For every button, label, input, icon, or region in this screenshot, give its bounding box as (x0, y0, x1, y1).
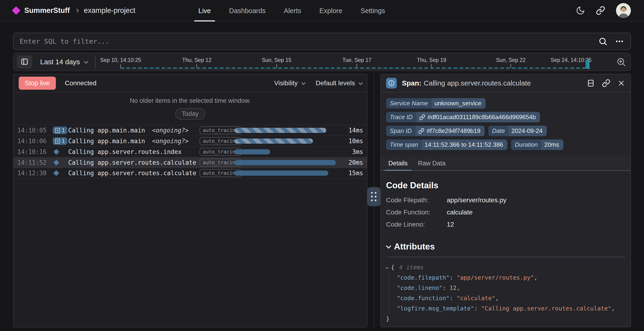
trace-timestamp: 14:10:05 (17, 127, 53, 134)
collapsed-children-badge[interactable]: +1 (53, 126, 67, 134)
logo-diamond-icon[interactable] (12, 6, 20, 15)
collapsed-children-badge[interactable]: +1 (53, 137, 67, 145)
attributes-toggle[interactable]: Attributes (386, 242, 625, 252)
close-icon (617, 79, 625, 87)
trace-icon-cell: +1 (53, 126, 68, 134)
empty-message: No older items in the selected time wind… (14, 97, 367, 104)
default-levels-dropdown[interactable]: Default levels (316, 80, 362, 87)
attributes-heading: Attributes (394, 242, 435, 252)
tab-alerts[interactable]: Alerts (283, 0, 302, 22)
link-icon (418, 128, 424, 134)
theme-toggle-button[interactable] (576, 6, 585, 15)
badge-label: Date (488, 126, 509, 136)
timeline-tick-label: Thu, Sep 12 (182, 57, 212, 63)
avatar[interactable] (616, 3, 631, 18)
layout-toggle-button[interactable] (586, 79, 595, 87)
sidebar-toggle-button[interactable] (17, 55, 32, 68)
trace-row[interactable]: 14:11:52Calling app.server.routes.calcul… (14, 157, 367, 168)
trace-duration: 15ms (342, 170, 363, 176)
badge-label: Trace ID (386, 112, 416, 122)
badge-value: #f7c8e294f7489b19 (416, 126, 485, 136)
badge-service-name: Service Nameunknown_service (386, 98, 486, 108)
filter-menu-button[interactable] (614, 37, 624, 46)
trace-row[interactable]: 14:10:16Calling app.server.routes.indexa… (14, 146, 367, 157)
code-detail-label: Code Lineno: (386, 221, 447, 228)
timeline[interactable]: Sep 10, 14:10:25Thu, Sep 12Sun, Sep 15Tu… (98, 53, 612, 70)
code-detail-value: calculate (447, 208, 625, 216)
timeline-zoom-button[interactable] (616, 57, 626, 67)
today-button[interactable]: Today (175, 108, 205, 120)
zoom-in-icon (616, 57, 626, 67)
tab-explore[interactable]: Explore (318, 0, 343, 22)
link-icon (602, 79, 610, 87)
trace-timestamp: 14:10:16 (17, 148, 53, 155)
code-detail-label: Code Filepath: (386, 196, 447, 204)
trace-duration: 3ms (342, 148, 363, 155)
badge-span-id[interactable]: Span ID#f7c8e294f7489b19 (386, 126, 485, 136)
chevron-down-icon (358, 80, 363, 85)
badge-duration: Duration20ms (511, 140, 564, 150)
trace-message: Calling app.server.routes.index (68, 148, 200, 155)
tab-live[interactable]: Live (198, 0, 212, 22)
duration-bar (234, 170, 328, 176)
badge-value: #df01acad0311189c8b66a466d969654b (416, 112, 540, 122)
timeline-activity-baseline (120, 68, 590, 69)
tab-dashboards[interactable]: Dashboards (228, 0, 266, 22)
json-value: 12 (450, 284, 456, 291)
trace-row[interactable]: 14:10:06+1Calling app.main.main<ongoing?… (14, 136, 367, 146)
json-key: "logfire.msg_template" (397, 305, 474, 312)
chevron-down-icon (386, 244, 392, 249)
timeline-tick-label: Thu, Sep 19 (417, 57, 446, 63)
json-value: "app/server/routes.py" (456, 274, 534, 281)
visibility-dropdown[interactable]: Visibility (274, 80, 304, 87)
code-detail-value: app/server/routes.py (447, 196, 625, 204)
live-panel: Stop live Connected Visibility Default l… (13, 74, 367, 327)
trace-row[interactable]: 14:12:38Calling app.server.routes.calcul… (14, 168, 367, 178)
trace-row[interactable]: 14:10:05+1Calling app.main.main<ongoing?… (14, 125, 367, 136)
detail-tab-raw-data[interactable]: Raw Data (413, 156, 451, 170)
json-close-brace: } (386, 314, 625, 324)
timeline-tick-label: Sun, Sep 22 (496, 57, 526, 63)
panel-left-icon (20, 58, 28, 66)
trace-duration: 10ms (342, 138, 363, 144)
empty-state: No older items in the selected time wind… (14, 92, 367, 125)
json-open-brace: { (391, 262, 394, 272)
project-name[interactable]: example-project (84, 6, 136, 15)
sql-filter-input[interactable] (20, 37, 594, 45)
connection-status: Connected (65, 80, 96, 87)
split-rows-icon (586, 79, 595, 87)
org-name[interactable]: SummerStuff (24, 6, 70, 15)
json-entries: "code.filepath": "app/server/routes.py",… (389, 272, 625, 314)
moon-icon (576, 6, 585, 15)
json-entry: "code.lineno": 12, (397, 283, 625, 293)
search-button[interactable] (598, 37, 608, 46)
panel-resize-handle[interactable] (367, 187, 380, 206)
span-diamond-icon (53, 149, 59, 155)
stop-live-button[interactable]: Stop live (19, 76, 56, 90)
code-detail-label: Code Function: (386, 208, 447, 216)
timebar-divider (95, 56, 96, 68)
json-entry: "logfire.msg_template": "Calling app.ser… (397, 304, 625, 314)
expand-plus-icon: + (55, 128, 60, 133)
time-range-bar: Last 14 days Sep 10, 14:10:25Thu, Sep 12… (13, 53, 631, 71)
trace-icon-cell (53, 150, 68, 154)
detail-tab-details[interactable]: Details (383, 156, 413, 170)
span-diamond-icon (53, 160, 59, 166)
copy-span-link-button[interactable] (602, 79, 610, 87)
share-link-button[interactable] (596, 6, 605, 15)
detail-tabs: DetailsRaw Data (381, 156, 630, 171)
badge-trace-id[interactable]: Trace ID#df01acad0311189c8b66a466d969654… (386, 112, 540, 122)
ongoing-suffix: <ongoing?> (152, 138, 189, 144)
json-collapse-icon[interactable] (386, 266, 388, 269)
span-title-prefix: Span: (402, 79, 421, 87)
child-count: 1 (62, 127, 65, 134)
trace-message-text: Calling app.server.routes.calculate (68, 159, 196, 166)
badge-row: Span ID#f7c8e294f7489b19Date2024-09-24 (386, 126, 625, 136)
code-details-rows: Code Filepath:app/server/routes.pyCode F… (386, 196, 625, 228)
tab-settings[interactable]: Settings (360, 0, 386, 22)
span-diamond-icon (53, 170, 59, 176)
link-icon (596, 6, 605, 15)
expand-plus-icon: + (55, 139, 60, 144)
close-panel-button[interactable] (617, 79, 625, 87)
time-range-select[interactable]: Last 14 days (40, 58, 87, 66)
